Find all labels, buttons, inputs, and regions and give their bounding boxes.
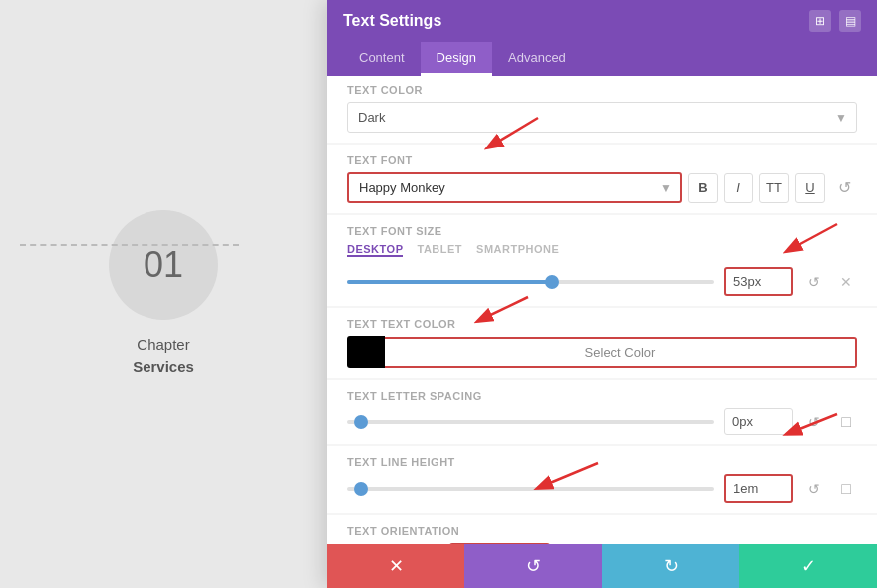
font-size-clear-button[interactable]: ✕ xyxy=(835,271,857,293)
device-tab-tablet[interactable]: TABLET xyxy=(417,243,462,257)
dashed-line xyxy=(20,244,239,246)
text-color-section: Text Color Dark ▼ xyxy=(327,76,877,143)
text-line-height-section: Text Line Height ↺ □ xyxy=(327,446,877,513)
text-orientation-section: Text Orientation ☰ ☰ ☰ ☰ ☰ xyxy=(327,515,877,544)
text-color-select[interactable]: Dark xyxy=(347,102,857,133)
underline-button[interactable]: U xyxy=(795,173,825,203)
text-letter-spacing-label: Text Letter Spacing xyxy=(347,390,857,402)
chapter-label: Chapter Services xyxy=(133,334,194,379)
chapter-number: 01 xyxy=(109,210,218,320)
fullscreen-button[interactable]: ⊞ xyxy=(809,10,831,32)
layout-button[interactable]: ▤ xyxy=(839,10,861,32)
tab-design[interactable]: Design xyxy=(421,42,492,76)
color-row: Select Color xyxy=(347,336,857,368)
panel-title: Text Settings xyxy=(343,12,441,30)
font-reset-button[interactable]: ↺ xyxy=(831,175,857,201)
settings-panel: Text Settings ⊞ ▤ Content Design Advance… xyxy=(327,0,877,588)
font-size-slider-track[interactable] xyxy=(347,280,714,284)
font-size-reset-button[interactable]: ↺ xyxy=(803,271,825,293)
letter-spacing-reset-button[interactable]: ↺ xyxy=(803,411,825,433)
device-tab-smartphone[interactable]: SMARTPHONE xyxy=(476,243,559,257)
header-icons: ⊞ ▤ xyxy=(809,10,861,32)
text-font-label: Text Font xyxy=(347,154,857,166)
letter-spacing-input[interactable] xyxy=(724,408,793,435)
font-size-slider-row: ↺ ✕ xyxy=(347,267,857,296)
font-size-slider-thumb[interactable] xyxy=(545,275,559,289)
undo-button[interactable]: ↺ xyxy=(464,544,602,588)
preview-area: 01 Chapter Services xyxy=(0,0,327,588)
font-controls: Happy Monkey ▼ B I TT U ↺ xyxy=(347,172,857,203)
font-size-slider-fill xyxy=(347,280,548,284)
letter-spacing-slider-thumb[interactable] xyxy=(354,415,368,429)
text-text-color-section: Text Text Color Select Color xyxy=(327,308,877,378)
text-font-section: Text Font Happy Monkey ▼ B I TT U ↺ xyxy=(327,145,877,213)
panel-tabs: Content Design Advanced xyxy=(327,42,877,76)
line-height-slider-thumb[interactable] xyxy=(354,482,368,496)
text-color-select-wrapper: Dark ▼ xyxy=(347,102,857,133)
line-height-slider-row: ↺ □ xyxy=(347,474,857,503)
font-select[interactable]: Happy Monkey xyxy=(347,172,682,203)
text-orientation-label: Text Orientation xyxy=(347,525,857,537)
line-height-input[interactable] xyxy=(724,474,793,503)
device-tabs: DESKTOP TABLET SMARTPHONE xyxy=(347,243,857,257)
text-color-label: Text Color xyxy=(347,84,857,96)
letter-spacing-device-button[interactable]: □ xyxy=(835,411,857,433)
font-select-wrapper: Happy Monkey ▼ xyxy=(347,172,682,203)
bold-button[interactable]: B xyxy=(688,173,718,203)
text-text-color-label: Text Text Color xyxy=(347,318,857,330)
tab-content[interactable]: Content xyxy=(343,42,421,76)
redo-button[interactable]: ↻ xyxy=(602,544,739,588)
text-letter-spacing-section: Text Letter Spacing ↺ □ xyxy=(327,380,877,444)
color-swatch[interactable] xyxy=(347,336,385,368)
tab-advanced[interactable]: Advanced xyxy=(492,42,582,76)
text-line-height-label: Text Line Height xyxy=(347,456,857,468)
text-font-size-section: Text Font Size DESKTOP TABLET SMARTPHONE… xyxy=(327,215,877,306)
panel-content: Text Color Dark ▼ Text Font Happy Monkey… xyxy=(327,76,877,544)
italic-button[interactable]: I xyxy=(724,173,753,203)
line-height-reset-button[interactable]: ↺ xyxy=(803,478,825,500)
tt-button[interactable]: TT xyxy=(759,173,789,203)
action-bar: ✕ ↺ ↻ ✓ xyxy=(327,544,877,588)
panel-header: Text Settings ⊞ ▤ xyxy=(327,0,877,42)
confirm-button[interactable]: ✓ xyxy=(739,544,877,588)
line-height-device-button[interactable]: □ xyxy=(835,478,857,500)
text-font-size-label: Text Font Size xyxy=(347,225,857,237)
select-color-button[interactable]: Select Color xyxy=(385,337,857,368)
line-height-slider-track[interactable] xyxy=(347,487,714,491)
font-size-input[interactable] xyxy=(724,267,793,296)
device-tab-desktop[interactable]: DESKTOP xyxy=(347,243,403,257)
letter-spacing-slider-track[interactable] xyxy=(347,420,714,424)
letter-spacing-slider-row: ↺ □ xyxy=(347,408,857,435)
cancel-button[interactable]: ✕ xyxy=(327,544,464,588)
